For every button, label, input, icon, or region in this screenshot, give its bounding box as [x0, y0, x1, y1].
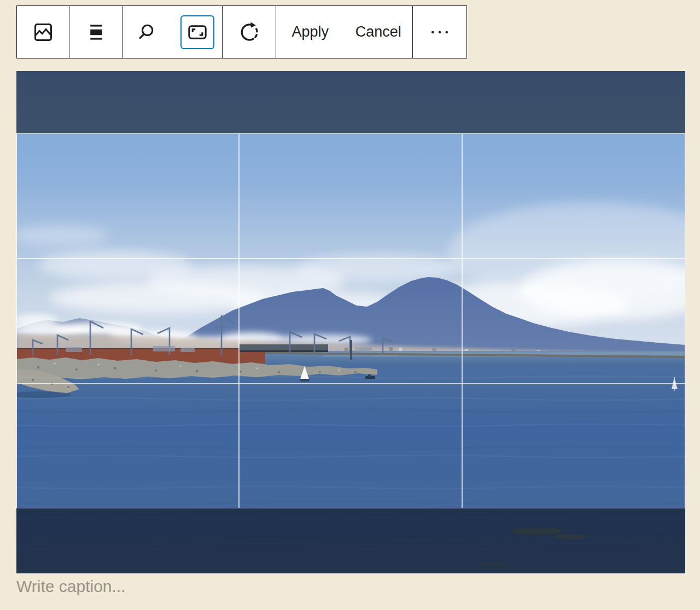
grid-line-horizontal-1 — [17, 258, 685, 259]
editor-page: Apply Cancel — [0, 0, 700, 610]
rotate-button[interactable] — [223, 6, 276, 58]
toolbar-group-crop-tools — [123, 6, 223, 58]
grid-line-vertical-1 — [238, 134, 240, 508]
grid-line-vertical-2 — [462, 134, 463, 508]
zoom-button[interactable] — [123, 6, 173, 58]
toolbar-group-align — [69, 6, 123, 58]
rotate-right-icon — [236, 19, 262, 45]
crop-frame[interactable] — [16, 133, 685, 508]
toolbar-group-more — [413, 6, 466, 58]
toolbar-group-actions: Apply Cancel — [276, 6, 413, 58]
grid-line-horizontal-2 — [17, 383, 685, 384]
image-icon — [30, 19, 56, 45]
aspect-ratio-selected-outline — [180, 15, 214, 49]
search-icon — [135, 19, 161, 45]
aspect-ratio-button[interactable] — [173, 6, 223, 58]
align-none-icon — [83, 19, 109, 45]
aspect-ratio-icon — [184, 19, 211, 45]
more-horizontal-icon — [427, 19, 453, 45]
more-options-button[interactable] — [413, 6, 466, 58]
caption-input[interactable]: Write caption... — [16, 577, 126, 596]
block-toolbar: Apply Cancel — [16, 5, 467, 58]
toolbar-group-block — [17, 6, 69, 58]
apply-button[interactable]: Apply — [276, 6, 345, 58]
align-button[interactable] — [69, 6, 122, 58]
image-block-button[interactable] — [17, 6, 69, 58]
image-crop-canvas — [16, 71, 685, 573]
toolbar-group-rotate — [223, 6, 276, 58]
cancel-button[interactable]: Cancel — [345, 6, 413, 58]
